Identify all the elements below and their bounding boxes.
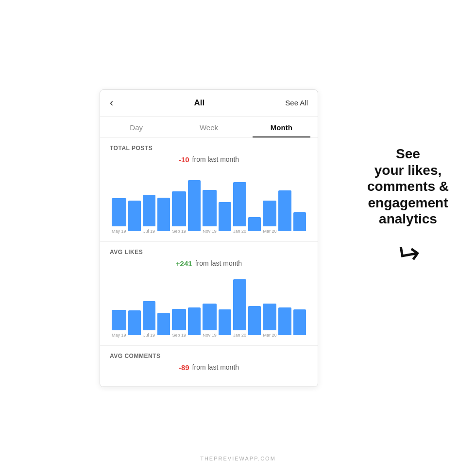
bar-column: Mar 20 <box>263 201 276 234</box>
bar-column <box>128 310 141 337</box>
avg-comments-change-row: -89 from last month <box>110 363 308 372</box>
bar-label: Jul 19 <box>143 333 155 338</box>
total-posts-change-value: -10 <box>179 155 189 164</box>
app-header: ‹ All See All <box>100 90 318 117</box>
bar <box>112 310 126 330</box>
bar-label: Mar 20 <box>263 229 276 234</box>
bar <box>128 310 141 335</box>
bar-column: Jan 20 <box>233 182 246 234</box>
bar-column <box>188 307 201 338</box>
bar <box>233 279 246 330</box>
bar <box>143 301 155 330</box>
side-annotation: See your likes, comments & engagement an… <box>364 146 452 271</box>
bar-column <box>248 306 261 337</box>
bar-label: Nov 19 <box>203 229 217 234</box>
bar-label: Sep 19 <box>172 333 186 338</box>
bar <box>278 190 291 231</box>
bar-column: Jul 19 <box>143 195 155 234</box>
bar-column <box>157 198 170 234</box>
bar-column: Nov 19 <box>203 190 217 233</box>
bar <box>203 304 217 330</box>
tab-bar: Day Week Month <box>100 117 318 138</box>
bar <box>157 313 170 335</box>
footer-label: THEPREVIEWAPP.COM <box>200 456 276 461</box>
avg-comments-change-suffix: from last month <box>192 363 239 371</box>
bar <box>233 182 246 226</box>
bar <box>293 309 306 335</box>
bar <box>219 202 231 231</box>
bar <box>278 307 291 335</box>
arrow-container: ↵ <box>364 237 452 271</box>
bar-column: Sep 19 <box>172 191 186 234</box>
tab-week[interactable]: Week <box>172 117 245 137</box>
see-all-button[interactable]: See All <box>285 99 308 107</box>
bar <box>248 217 261 231</box>
bar <box>188 180 201 231</box>
bar-column: May 19 <box>112 310 126 337</box>
bar-column: Nov 19 <box>203 304 217 338</box>
bar-label: Sep 19 <box>172 229 186 234</box>
bar-label: Jan 20 <box>233 229 246 234</box>
bar <box>248 306 261 335</box>
avg-likes-title: AVG LIKES <box>110 249 308 255</box>
avg-comments-title: AVG COMMENTS <box>110 353 308 359</box>
bar-column: Sep 19 <box>172 309 186 338</box>
bar <box>172 309 186 330</box>
bar <box>203 190 217 226</box>
bar <box>157 198 170 231</box>
page-footer: THEPREVIEWAPP.COM <box>0 456 476 461</box>
bar-column <box>293 212 306 233</box>
total-posts-change-suffix: from last month <box>192 155 239 163</box>
header-title: All <box>194 98 204 108</box>
bar-column <box>293 309 306 338</box>
curved-arrow-icon: ↵ <box>393 235 423 273</box>
total-posts-section: TOTAL POSTS -10 from last month May 19Ju… <box>100 138 318 242</box>
bar <box>143 195 155 226</box>
bar-label: Nov 19 <box>203 333 217 338</box>
avg-likes-change-suffix: from last month <box>195 259 242 267</box>
avg-likes-change-row: +241 from last month <box>110 259 308 268</box>
bar-column <box>248 217 261 234</box>
total-posts-chart: May 19Jul 19Sep 19Nov 19Jan 20Mar 20 <box>110 170 308 234</box>
bar <box>188 307 201 335</box>
avg-likes-chart: May 19Jul 19Sep 19Nov 19Jan 20Mar 20 <box>110 274 308 338</box>
bar-label: Mar 20 <box>263 333 276 338</box>
bar-column <box>219 202 231 233</box>
bar-column: Jan 20 <box>233 279 246 338</box>
bar-label: May 19 <box>112 333 126 338</box>
bar-column <box>188 180 201 234</box>
bar-label: Jan 20 <box>233 333 246 338</box>
bar <box>263 304 276 330</box>
back-button[interactable]: ‹ <box>110 97 113 109</box>
bar <box>293 212 306 231</box>
bar <box>128 201 141 231</box>
avg-likes-section: AVG LIKES +241 from last month May 19Jul… <box>100 242 318 346</box>
bar <box>172 191 186 226</box>
bar <box>219 309 231 335</box>
bar-column: Mar 20 <box>263 304 276 338</box>
phone-card: ‹ All See All Day Week Month TOTAL POSTS… <box>100 89 318 387</box>
tab-month[interactable]: Month <box>245 117 318 137</box>
bar-label: Jul 19 <box>143 229 155 234</box>
bar <box>263 201 276 226</box>
bar-column: Jul 19 <box>143 301 155 337</box>
avg-comments-change-value: -89 <box>179 363 189 372</box>
bar <box>112 198 126 226</box>
total-posts-change-row: -10 from last month <box>110 155 308 164</box>
bar-label: May 19 <box>112 229 126 234</box>
bar-column <box>157 313 170 338</box>
page-wrapper: ‹ All See All Day Week Month TOTAL POSTS… <box>0 0 476 476</box>
avg-likes-change-value: +241 <box>176 259 192 268</box>
avg-comments-section: AVG COMMENTS -89 from last month <box>100 346 318 387</box>
bar-column: May 19 <box>112 198 126 233</box>
bar-column <box>278 190 291 234</box>
bar-column <box>278 307 291 338</box>
total-posts-title: TOTAL POSTS <box>110 145 308 152</box>
side-annotation-text: See your likes, comments & engagement an… <box>364 146 452 227</box>
bar-column <box>219 309 231 338</box>
tab-day[interactable]: Day <box>100 117 172 137</box>
bar-column <box>128 201 141 233</box>
